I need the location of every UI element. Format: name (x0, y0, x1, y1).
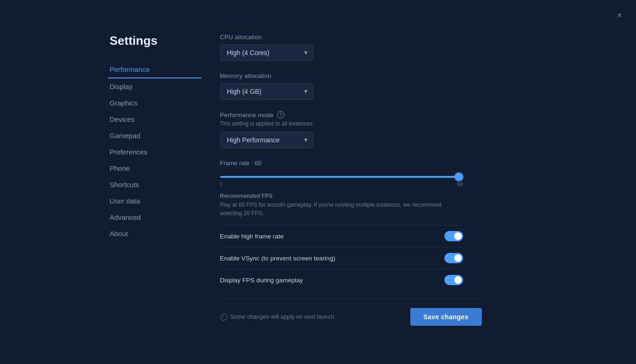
main-content: CPU allocation Low (1 Core) Medium (2 Co… (201, 29, 529, 335)
toggle-vsync[interactable] (444, 253, 463, 263)
toggle-row-high-frame-rate: Enable high frame rate (220, 225, 463, 247)
footer-note: i Some changes will apply on next launch (220, 314, 334, 321)
close-button[interactable]: × (614, 9, 625, 21)
sidebar-item-shortcuts[interactable]: Shortcuts (108, 176, 201, 193)
performance-mode-header: Performance mode ? (220, 111, 510, 119)
memory-allocation-label: Memory allocation (220, 72, 510, 79)
cpu-allocation-label: CPU allocation (220, 34, 510, 41)
frame-rate-slider[interactable] (220, 176, 463, 178)
toggle-row-fps-display: Display FPS during gameplay (220, 269, 463, 291)
footer-note-text: Some changes will apply on next launch (230, 314, 334, 320)
performance-mode-hint: This setting is applied to all instances… (220, 120, 510, 127)
settings-container: Settings Performance Display Graphics De… (108, 29, 529, 335)
performance-mode-select[interactable]: Power Saving Balanced High Performance (220, 132, 314, 148)
toggle-fps-display-label: Display FPS during gameplay (220, 277, 303, 284)
recommended-fps-block: Recommended FPS Play at 60 FPS for smoot… (220, 193, 463, 217)
sidebar-item-performance[interactable]: Performance (108, 61, 201, 78)
toggle-high-frame-rate[interactable] (444, 231, 463, 241)
memory-allocation-select[interactable]: Low (1 GB) Medium (2 GB) High (4 GB) Ver… (220, 83, 314, 100)
slider-max-label: 60 (457, 182, 463, 187)
sidebar-item-about[interactable]: About (108, 225, 201, 242)
cpu-dropdown-wrapper: Low (1 Core) Medium (2 Cores) High (4 Co… (220, 44, 314, 61)
frame-rate-label: Frame rate : 60 (220, 160, 510, 167)
sidebar-item-preferences[interactable]: Preferences (108, 144, 201, 160)
toggle-vsync-label: Enable VSync (to prevent screen tearing) (220, 255, 336, 262)
toggle-fps-display[interactable] (444, 275, 463, 285)
performance-mode-label: Performance mode (220, 112, 274, 119)
sidebar-item-devices[interactable]: Devices (108, 111, 201, 127)
performance-mode-help-icon[interactable]: ? (277, 111, 285, 119)
toggle-high-frame-rate-label: Enable high frame rate (220, 233, 284, 240)
save-changes-button[interactable]: Save changes (410, 308, 482, 326)
info-icon: i (220, 314, 227, 321)
sidebar-item-phone[interactable]: Phone (108, 160, 201, 176)
performance-mode-dropdown-wrapper: Power Saving Balanced High Performance ▼ (220, 132, 314, 148)
sidebar-item-display[interactable]: Display (108, 78, 201, 95)
sidebar-item-user-data[interactable]: User data (108, 193, 201, 209)
cpu-allocation-select[interactable]: Low (1 Core) Medium (2 Cores) High (4 Co… (220, 44, 314, 61)
slider-minmax: 1 60 (220, 182, 463, 187)
modal-overlay: × Settings Performance Display Graphics … (0, 0, 636, 364)
recommended-fps-description: Play at 60 FPS for smooth gameplay. If y… (220, 201, 463, 217)
sidebar-item-advanced[interactable]: Advanced (108, 209, 201, 225)
sidebar-item-graphics[interactable]: Graphics (108, 95, 201, 111)
memory-dropdown-wrapper: Low (1 GB) Medium (2 GB) High (4 GB) Ver… (220, 83, 314, 100)
sidebar-item-gamepad[interactable]: Gamepad (108, 127, 201, 144)
frame-rate-slider-container (220, 171, 463, 180)
footer: i Some changes will apply on next launch… (220, 298, 482, 326)
sidebar: Settings Performance Display Graphics De… (108, 29, 201, 335)
recommended-fps-title: Recommended FPS (220, 193, 463, 199)
slider-min-label: 1 (220, 182, 223, 187)
settings-title: Settings (108, 34, 201, 48)
toggle-row-vsync: Enable VSync (to prevent screen tearing) (220, 247, 463, 269)
